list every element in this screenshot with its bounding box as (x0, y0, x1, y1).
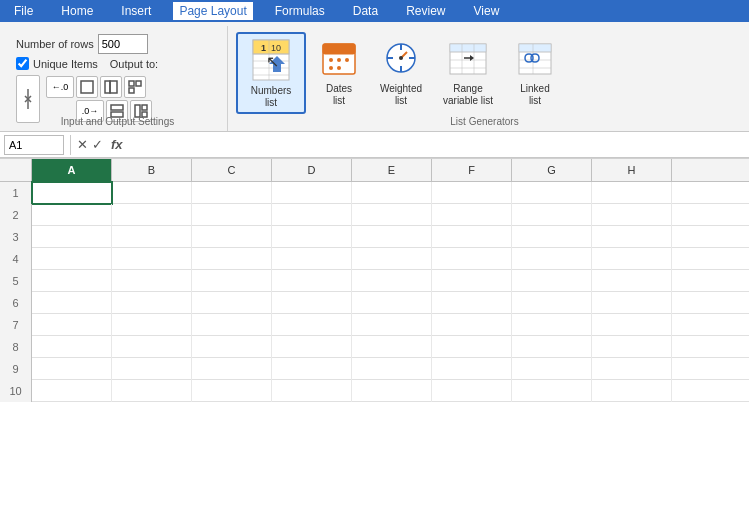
cell-E2[interactable] (352, 204, 432, 226)
cell-A1[interactable] (32, 182, 112, 204)
cell-F2[interactable] (432, 204, 512, 226)
cell-A8[interactable] (32, 336, 112, 358)
col-header-e[interactable]: E (352, 159, 432, 181)
cell-C2[interactable] (192, 204, 272, 226)
cell-D6[interactable] (272, 292, 352, 314)
cell-B1[interactable] (112, 182, 192, 204)
cell-F1[interactable] (432, 182, 512, 204)
formula-confirm-icon[interactable]: ✓ (92, 137, 103, 152)
col-header-c[interactable]: C (192, 159, 272, 181)
cell-D3[interactable] (272, 226, 352, 248)
outline-icon-1[interactable] (76, 76, 98, 98)
cell-D10[interactable] (272, 380, 352, 402)
cell-E4[interactable] (352, 248, 432, 270)
cell-C6[interactable] (192, 292, 272, 314)
cell-D1[interactable] (272, 182, 352, 204)
cell-B9[interactable] (112, 358, 192, 380)
cell-E7[interactable] (352, 314, 432, 336)
cell-F6[interactable] (432, 292, 512, 314)
weighted-list-button[interactable]: Weightedlist (372, 32, 430, 112)
cell-D9[interactable] (272, 358, 352, 380)
menu-page-layout[interactable]: Page Layout (173, 2, 252, 20)
cell-F7[interactable] (432, 314, 512, 336)
cell-F5[interactable] (432, 270, 512, 292)
cell-G5[interactable] (512, 270, 592, 292)
cell-G1[interactable] (512, 182, 592, 204)
cell-G10[interactable] (512, 380, 592, 402)
cell-H10[interactable] (592, 380, 672, 402)
linked-list-button[interactable]: Linkedlist (506, 32, 564, 112)
col-header-g[interactable]: G (512, 159, 592, 181)
menu-home[interactable]: Home (55, 2, 99, 20)
cell-H3[interactable] (592, 226, 672, 248)
dates-list-button[interactable]: Dateslist (310, 32, 368, 112)
cell-C3[interactable] (192, 226, 272, 248)
menu-data[interactable]: Data (347, 2, 384, 20)
menu-formulas[interactable]: Formulas (269, 2, 331, 20)
cell-H6[interactable] (592, 292, 672, 314)
cell-A9[interactable] (32, 358, 112, 380)
cell-A5[interactable] (32, 270, 112, 292)
menu-insert[interactable]: Insert (115, 2, 157, 20)
cell-B10[interactable] (112, 380, 192, 402)
cell-H5[interactable] (592, 270, 672, 292)
cell-reference-box[interactable]: A1 (4, 135, 64, 155)
cell-B3[interactable] (112, 226, 192, 248)
cell-D8[interactable] (272, 336, 352, 358)
cell-F9[interactable] (432, 358, 512, 380)
cell-E9[interactable] (352, 358, 432, 380)
cell-B4[interactable] (112, 248, 192, 270)
cell-H9[interactable] (592, 358, 672, 380)
cell-A2[interactable] (32, 204, 112, 226)
cell-H2[interactable] (592, 204, 672, 226)
col-header-b[interactable]: B (112, 159, 192, 181)
cell-G7[interactable] (512, 314, 592, 336)
decimal-left-btn[interactable]: ←.0 (46, 76, 74, 98)
cell-C10[interactable] (192, 380, 272, 402)
cell-C5[interactable] (192, 270, 272, 292)
cell-F10[interactable] (432, 380, 512, 402)
cell-B7[interactable] (112, 314, 192, 336)
col-header-h[interactable]: H (592, 159, 672, 181)
cell-F8[interactable] (432, 336, 512, 358)
col-header-a[interactable]: A (32, 159, 112, 181)
cell-B8[interactable] (112, 336, 192, 358)
menu-file[interactable]: File (8, 2, 39, 20)
cell-B6[interactable] (112, 292, 192, 314)
col-header-d[interactable]: D (272, 159, 352, 181)
cell-B5[interactable] (112, 270, 192, 292)
cell-G8[interactable] (512, 336, 592, 358)
cell-H1[interactable] (592, 182, 672, 204)
number-of-rows-input[interactable] (98, 34, 148, 54)
cell-E6[interactable] (352, 292, 432, 314)
outline-icon-3[interactable] (124, 76, 146, 98)
cell-G3[interactable] (512, 226, 592, 248)
cell-C8[interactable] (192, 336, 272, 358)
cell-F4[interactable] (432, 248, 512, 270)
cell-E1[interactable] (352, 182, 432, 204)
cell-E8[interactable] (352, 336, 432, 358)
cell-D5[interactable] (272, 270, 352, 292)
cell-E5[interactable] (352, 270, 432, 292)
range-variable-list-button[interactable]: Rangevariable list (434, 32, 502, 112)
col-header-f[interactable]: F (432, 159, 512, 181)
cell-G4[interactable] (512, 248, 592, 270)
cell-B2[interactable] (112, 204, 192, 226)
cell-C1[interactable] (192, 182, 272, 204)
cell-H4[interactable] (592, 248, 672, 270)
cell-C7[interactable] (192, 314, 272, 336)
cell-E3[interactable] (352, 226, 432, 248)
outline-icon-2[interactable] (100, 76, 122, 98)
cell-A3[interactable] (32, 226, 112, 248)
cell-D4[interactable] (272, 248, 352, 270)
cell-F3[interactable] (432, 226, 512, 248)
cell-H7[interactable] (592, 314, 672, 336)
cell-C9[interactable] (192, 358, 272, 380)
cell-D7[interactable] (272, 314, 352, 336)
cell-G9[interactable] (512, 358, 592, 380)
formula-cancel-icon[interactable]: ✕ (77, 137, 88, 152)
unique-items-checkbox[interactable] (16, 57, 29, 70)
cell-H8[interactable] (592, 336, 672, 358)
cell-A10[interactable] (32, 380, 112, 402)
menu-review[interactable]: Review (400, 2, 451, 20)
